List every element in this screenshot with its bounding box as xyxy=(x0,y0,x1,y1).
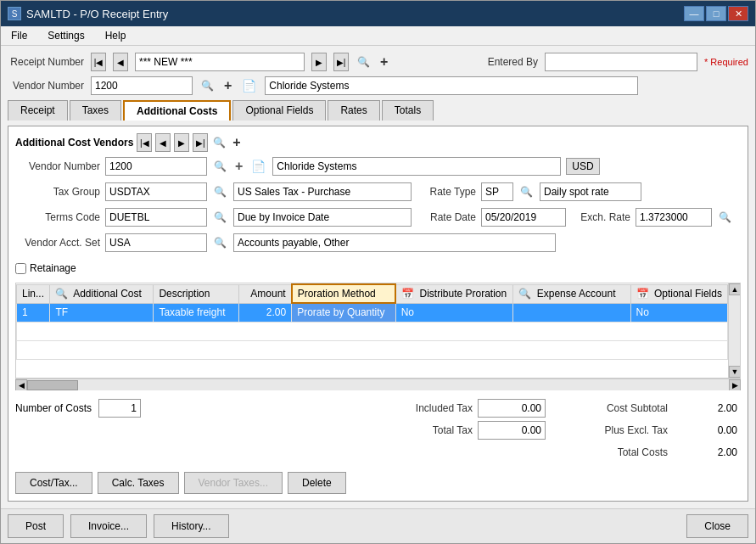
vendor-acct-input[interactable] xyxy=(105,233,207,252)
scroll-down-arrow[interactable]: ▼ xyxy=(729,366,741,378)
ac-vendor-name-input[interactable] xyxy=(272,157,561,176)
number-of-costs-input[interactable] xyxy=(98,399,141,418)
currency-badge: USD xyxy=(566,158,599,175)
cell-expense-account xyxy=(513,303,630,322)
close-button[interactable]: Close xyxy=(686,514,748,538)
menu-help[interactable]: Help xyxy=(98,28,133,43)
tax-group-row: Tax Group 🔍 Rate Type 🔍 xyxy=(15,182,741,201)
retainage-checkbox[interactable] xyxy=(15,263,26,274)
plus-excl-tax-row: Plus Excl. Tax 0.00 xyxy=(554,421,741,440)
tax-group-desc-input[interactable] xyxy=(233,182,412,201)
horizontal-scrollbar[interactable]: ◀ ▶ xyxy=(15,379,741,390)
close-window-button[interactable]: ✕ xyxy=(728,6,748,21)
h-scroll-track xyxy=(27,380,729,390)
vendors-prev-btn[interactable]: ◀ xyxy=(155,133,171,152)
vendors-first-btn[interactable]: |◀ xyxy=(137,133,152,152)
scroll-left-arrow[interactable]: ◀ xyxy=(15,379,27,391)
vendors-next-btn[interactable]: ▶ xyxy=(174,133,189,152)
invoice-button[interactable]: Invoice... xyxy=(70,514,147,538)
tab-optional-fields[interactable]: Optional Fields xyxy=(232,100,326,121)
h-scroll-thumb[interactable] xyxy=(27,380,78,390)
vendor-number-row: Vendor Number 🔍 + 📄 xyxy=(8,76,748,95)
vendor-search-icon[interactable]: 🔍 xyxy=(199,78,216,93)
delete-button[interactable]: Delete xyxy=(288,472,346,494)
costs-grid: Lin... 🔍 Additional Cost Description xyxy=(16,283,728,360)
terms-code-search-icon[interactable]: 🔍 xyxy=(212,210,228,225)
title-buttons: — □ ✕ xyxy=(684,6,748,21)
title-bar-left: S SAMLTD - P/O Receipt Entry xyxy=(8,7,168,20)
cost-subtotal-label: Cost Subtotal xyxy=(591,402,668,414)
vendor-taxes-button[interactable]: Vendor Taxes... xyxy=(184,472,283,494)
exch-rate-search-icon[interactable]: 🔍 xyxy=(717,210,733,225)
tab-additional-costs[interactable]: Additional Costs xyxy=(123,100,231,121)
included-tax-input[interactable] xyxy=(478,399,546,418)
calc-taxes-button[interactable]: Calc. Taxes xyxy=(98,472,179,494)
col-distribute-proration: 📅 Distribute Proration xyxy=(395,284,513,303)
vendors-last-btn[interactable]: ▶| xyxy=(193,133,208,152)
vendor-acct-label: Vendor Acct. Set xyxy=(15,237,100,249)
scroll-right-arrow[interactable]: ▶ xyxy=(729,379,741,391)
menu-settings[interactable]: Settings xyxy=(41,28,91,43)
tabs: Receipt Taxes Additional Costs Optional … xyxy=(8,100,748,121)
tab-receipt[interactable]: Receipt xyxy=(8,100,68,121)
total-tax-input[interactable] xyxy=(478,421,546,440)
col-search-icon: 🔍 xyxy=(55,288,68,300)
tab-taxes[interactable]: Taxes xyxy=(70,100,121,121)
vendor-add-icon[interactable]: + xyxy=(222,76,233,95)
optional-cal-icon: 📅 xyxy=(636,288,649,300)
footer-section: Number of Costs Included Tax Total Tax xyxy=(15,399,741,462)
footer-left: Number of Costs xyxy=(15,399,168,462)
ac-vendor-search-icon[interactable]: 🔍 xyxy=(212,159,228,174)
cell-description: Taxable freight xyxy=(154,303,239,322)
ac-vendor-info-icon[interactable]: 📄 xyxy=(249,158,267,175)
receipt-next-btn[interactable]: ▶ xyxy=(311,53,327,71)
col-line: Lin... xyxy=(17,284,50,303)
vendor-acct-desc-input[interactable] xyxy=(233,233,556,252)
receipt-number-label: Receipt Number xyxy=(8,56,84,68)
terms-code-input[interactable] xyxy=(105,208,207,227)
bottom-left-buttons: Post Invoice... History... xyxy=(8,514,229,538)
menu-file[interactable]: File xyxy=(4,28,34,43)
exch-rate-input[interactable] xyxy=(636,208,712,227)
ac-vendor-number-input[interactable] xyxy=(105,157,207,176)
expense-search-icon: 🔍 xyxy=(518,288,531,300)
history-button[interactable]: History... xyxy=(154,514,228,538)
receipt-search-icon[interactable]: 🔍 xyxy=(356,54,372,70)
receipt-add-icon[interactable]: + xyxy=(378,53,389,71)
vendor-acct-search-icon[interactable]: 🔍 xyxy=(212,235,228,250)
col-proration-method: Proration Method xyxy=(292,284,395,303)
tab-rates[interactable]: Rates xyxy=(328,100,379,121)
post-button[interactable]: Post xyxy=(8,514,64,538)
maximize-button[interactable]: □ xyxy=(706,6,726,21)
table-row[interactable]: 1 TF Taxable freight 2.00 Prorate by Qua… xyxy=(17,303,728,322)
tax-group-input[interactable] xyxy=(105,182,207,201)
rate-type-input[interactable] xyxy=(481,182,513,201)
footer-right: Cost Subtotal 2.00 Plus Excl. Tax 0.00 T… xyxy=(554,399,741,462)
tax-group-search-icon[interactable]: 🔍 xyxy=(212,184,228,199)
minimize-button[interactable]: — xyxy=(684,6,704,21)
entered-by-input[interactable] xyxy=(545,53,697,71)
vendors-add-icon[interactable]: + xyxy=(231,133,242,152)
rate-type-desc-input[interactable] xyxy=(540,182,641,201)
required-note: * Required xyxy=(704,57,748,67)
terms-code-desc-input[interactable] xyxy=(233,208,412,227)
receipt-first-btn[interactable]: |◀ xyxy=(91,53,106,71)
rate-type-search-icon[interactable]: 🔍 xyxy=(518,184,535,199)
tab-totals[interactable]: Totals xyxy=(382,100,434,121)
receipt-prev-btn[interactable]: ◀ xyxy=(113,53,128,71)
vertical-scrollbar[interactable]: ▲ ▼ xyxy=(728,283,740,378)
ac-vendor-add-icon[interactable]: + xyxy=(233,157,244,176)
vendors-search-icon[interactable]: 🔍 xyxy=(211,135,227,150)
rate-date-input[interactable] xyxy=(481,208,566,227)
scroll-up-arrow[interactable]: ▲ xyxy=(729,283,741,295)
vendor-info-icon[interactable]: 📄 xyxy=(240,77,258,94)
number-of-costs-label: Number of Costs xyxy=(15,402,92,414)
cost-tax-button[interactable]: Cost/Tax... xyxy=(15,472,92,494)
vendor-name-input[interactable] xyxy=(265,76,638,95)
vendor-number-input[interactable] xyxy=(91,76,193,95)
cell-line: 1 xyxy=(17,303,50,322)
table-row-empty xyxy=(17,322,728,340)
receipt-number-input[interactable] xyxy=(135,53,305,71)
receipt-last-btn[interactable]: ▶| xyxy=(333,53,349,71)
scroll-track xyxy=(729,295,740,366)
